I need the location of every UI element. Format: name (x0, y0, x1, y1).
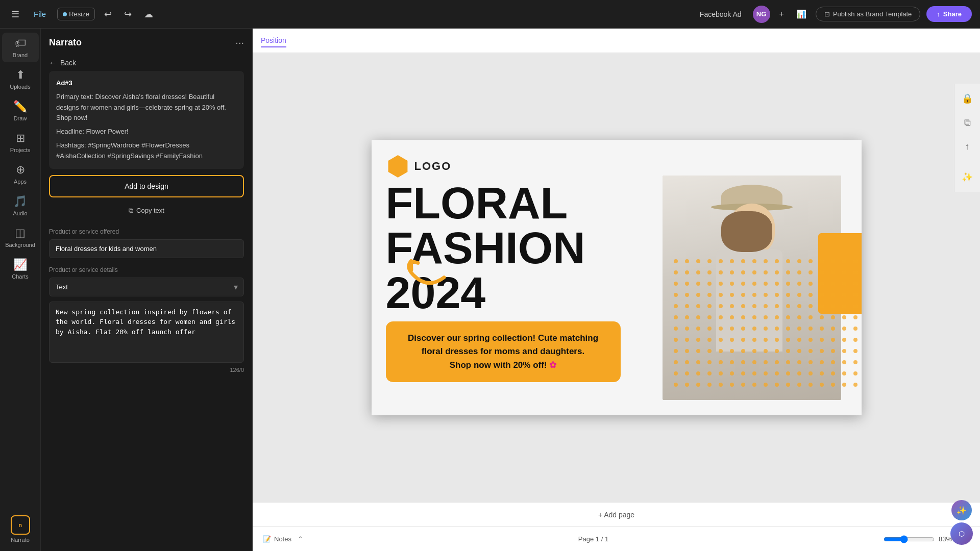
panel-title: Narrato (49, 37, 82, 48)
ad-hashtags: Hashtags: #SpringWardrobe #FlowerDresses… (56, 140, 237, 162)
sidebar-item-apps[interactable]: ⊕ Apps (2, 159, 39, 189)
user-avatar[interactable]: NG (753, 6, 770, 23)
details-type-select-wrap: Text ▾ (49, 278, 244, 296)
draw-icon: ✏️ (13, 100, 27, 113)
tab-position[interactable]: Position (261, 34, 286, 47)
file-menu-button[interactable]: File (29, 7, 51, 21)
topbar: ☰ File Resize ↩ ↪ ☁ Facebook Ad NG + 📊 ⊡… (0, 0, 980, 29)
add-page-bar[interactable]: + Add page (253, 502, 980, 527)
add-page-label: + Add page (598, 511, 634, 519)
uploads-icon: ⬆ (16, 68, 25, 82)
ai-chat-button[interactable]: ⬡ (950, 522, 973, 545)
hamburger-button[interactable]: ☰ (8, 6, 22, 23)
topbar-right: Facebook Ad NG + 📊 ⊡ Publish as Brand Te… (695, 6, 972, 23)
copy-text-label: Copy text (136, 207, 164, 214)
sidebar-item-narrato[interactable]: n Narrato (2, 511, 39, 547)
resize-label: Resize (69, 10, 89, 18)
ad-primary-text: Primary text: Discover Aisha's floral dr… (56, 92, 237, 123)
icon-sidebar: 🏷 Brand ⬆ Uploads ✏️ Draw ⊞ Projects ⊕ A… (0, 29, 41, 551)
add-collaborator-button[interactable]: + (776, 7, 787, 22)
panel-more-button[interactable]: ··· (235, 37, 244, 48)
back-button[interactable]: ← Back (41, 55, 252, 71)
chevron-up-indicator: ⌃ (298, 535, 303, 543)
share-button[interactable]: ↑ Share (926, 6, 972, 22)
duplicate-button[interactable]: ⧉ (961, 114, 974, 131)
ad-headline: Headline: Flower Power! (56, 127, 237, 137)
back-arrow-icon: ← (49, 59, 56, 67)
model-hair (721, 211, 772, 252)
sidebar-item-uploads[interactable]: ⬆ Uploads (2, 64, 39, 94)
panel-scroll-area: Ad#3 Primary text: Discover Aisha's flor… (41, 71, 252, 551)
project-title: Facebook Ad (695, 8, 747, 20)
redo-button[interactable]: ↪ (121, 6, 135, 23)
page-info: Page 1 / 1 (578, 535, 608, 543)
projects-icon: ⊞ (16, 132, 25, 145)
sidebar-item-draw[interactable]: ✏️ Draw (2, 96, 39, 126)
canvas-wrapper[interactable]: LOGO FLORAL FASHION 2024 (253, 53, 980, 502)
logo-area: LOGO (387, 155, 452, 178)
background-icon: ◫ (15, 227, 26, 240)
notes-label: Notes (274, 535, 291, 543)
svg-rect-1 (672, 257, 861, 390)
zoom-slider[interactable] (884, 535, 935, 543)
audio-icon: 🎵 (13, 195, 27, 208)
lock-button[interactable]: 🔒 (959, 90, 976, 107)
back-label: Back (60, 59, 76, 67)
copy-text-button[interactable]: ⧉ Copy text (49, 202, 244, 220)
notes-icon: 📝 (263, 535, 271, 543)
undo-button[interactable]: ↩ (101, 6, 115, 23)
sidebar-item-background[interactable]: ◫ Background (2, 222, 39, 252)
copy-icon: ⧉ (129, 207, 133, 215)
sidebar-item-charts[interactable]: 📈 Charts (2, 254, 39, 284)
sidebar-item-projects-label: Projects (10, 147, 31, 153)
export-button[interactable]: ↑ (962, 138, 973, 155)
topbar-left: ☰ File Resize ↩ ↪ ☁ (8, 6, 156, 23)
design-canvas: LOGO FLORAL FASHION 2024 (372, 140, 862, 415)
add-to-design-button[interactable]: Add to design (49, 175, 244, 197)
char-count: 126/0 (49, 367, 244, 373)
product-input[interactable] (49, 239, 244, 258)
charts-icon: 📈 (13, 258, 27, 271)
publish-icon: ⊡ (824, 10, 830, 18)
promo-text: Discover our spring collection! Cute mat… (408, 333, 598, 370)
logo-hex-shape (387, 155, 409, 178)
zoom-controls: 83% (884, 535, 957, 543)
cloud-button[interactable]: ☁ (141, 6, 156, 23)
sidebar-item-apps-label: Apps (14, 179, 27, 185)
details-section-label: Product or service details (49, 266, 244, 273)
star-emoji: ✿ (549, 360, 556, 370)
dots-svg-pattern (672, 257, 861, 390)
canvas-area: Position LOGO FLORAL FASHION 2024 (253, 29, 980, 551)
sidebar-item-draw-label: Draw (14, 115, 27, 121)
canvas-right-tools: 🔒 ⧉ ↑ ✨ (954, 84, 980, 192)
ad-label: Ad#3 (56, 78, 237, 89)
magic-assistant-button[interactable]: ✨ (951, 500, 972, 520)
resize-button[interactable]: Resize (57, 8, 95, 20)
product-section-label: Product or service offered (49, 228, 244, 235)
resize-dot (63, 12, 67, 16)
share-label: Share (943, 10, 962, 18)
sidebar-item-brand[interactable]: 🏷 Brand (2, 33, 39, 62)
details-type-select[interactable]: Text (49, 278, 244, 296)
main-area: 🏷 Brand ⬆ Uploads ✏️ Draw ⊞ Projects ⊕ A… (0, 29, 980, 551)
sidebar-item-brand-label: Brand (13, 52, 28, 58)
stats-button[interactable]: 📊 (793, 6, 810, 22)
logo-text: LOGO (414, 160, 452, 173)
sidebar-item-projects[interactable]: ⊞ Projects (2, 128, 39, 157)
sidebar-item-narrato-label: Narrato (11, 537, 30, 543)
panel-header: Narrato ··· (41, 29, 252, 55)
magic-edit-button[interactable]: ✨ (959, 168, 976, 186)
publish-label: Publish as Brand Template (833, 10, 912, 18)
narrato-logo: n (11, 515, 30, 535)
publish-brand-template-button[interactable]: ⊡ Publish as Brand Template (816, 7, 920, 21)
sidebar-item-background-label: Background (5, 242, 35, 248)
sidebar-item-charts-label: Charts (12, 273, 28, 280)
notes-button[interactable]: 📝 Notes (263, 535, 291, 543)
promo-box: Discover our spring collection! Cute mat… (386, 321, 621, 382)
ad-copy-block: Ad#3 Primary text: Discover Aisha's flor… (49, 71, 244, 169)
apps-icon: ⊕ (16, 163, 25, 177)
sidebar-item-audio[interactable]: 🎵 Audio (2, 191, 39, 220)
left-panel: Narrato ··· ← Back Ad#3 Primary text: Di… (41, 29, 253, 551)
details-textarea[interactable]: New spring collection inspired by flower… (49, 302, 244, 363)
canvas-toolbar: Position (253, 29, 980, 53)
